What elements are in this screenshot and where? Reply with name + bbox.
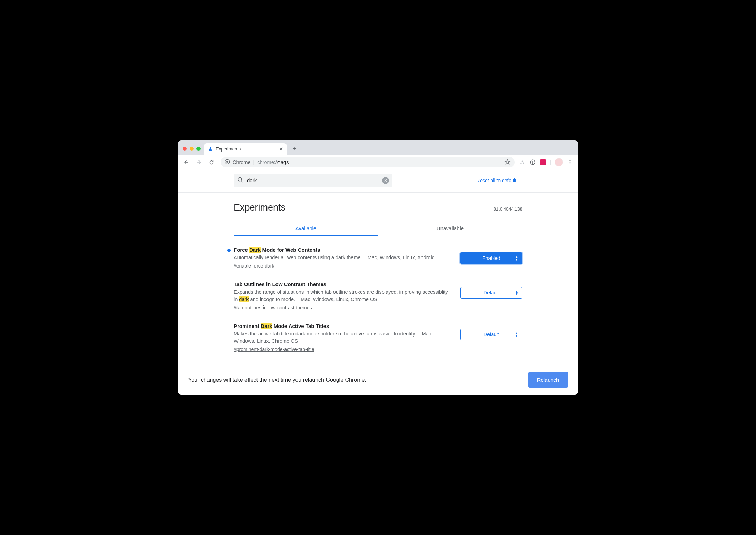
version-label: 81.0.4044.138	[494, 206, 522, 212]
tab-unavailable[interactable]: Unavailable	[378, 221, 522, 236]
experiment-control: Enabled▲▼	[460, 247, 522, 269]
experiment-text: Force Dark Mode for Web ContentsAutomati…	[234, 247, 452, 269]
menu-icon[interactable]	[566, 159, 573, 166]
browser-window: Experiments ✕ + Chrome | chrome://flags	[178, 140, 578, 395]
experiment-row: Prominent Dark Mode Active Tab TitlesMak…	[234, 323, 522, 352]
select-value: Default	[484, 290, 499, 295]
chevron-updown-icon: ▲▼	[515, 332, 518, 337]
address-bar[interactable]: Chrome | chrome://flags	[221, 157, 515, 167]
svg-point-6	[570, 162, 571, 163]
select-value: Enabled	[482, 255, 500, 261]
experiment-description: Makes the active tab title in dark mode …	[234, 330, 452, 345]
extension-icon-1[interactable]	[519, 159, 526, 166]
page-title: Experiments	[234, 202, 285, 213]
experiment-description: Expands the range of situations in which…	[234, 289, 452, 303]
experiment-row: Force Dark Mode for Web ContentsAutomati…	[234, 247, 522, 269]
search-input[interactable]	[247, 177, 379, 183]
experiment-select[interactable]: Default▲▼	[460, 287, 522, 299]
chevron-updown-icon: ▲▼	[515, 290, 518, 295]
toolbar-divider: |	[550, 159, 551, 165]
profile-avatar[interactable]	[555, 158, 563, 166]
tab-available[interactable]: Available	[234, 221, 378, 236]
relaunch-message: Your changes will take effect the next t…	[188, 377, 366, 383]
experiment-permalink[interactable]: #enable-force-dark	[234, 263, 274, 269]
relaunch-button[interactable]: Relaunch	[528, 372, 568, 388]
svg-rect-3	[532, 161, 533, 163]
extension-icons: |	[519, 158, 575, 166]
search-highlight: Dark	[261, 323, 272, 329]
select-value: Default	[484, 332, 499, 337]
reload-button[interactable]	[206, 157, 216, 167]
browser-toolbar: Chrome | chrome://flags |	[178, 155, 578, 170]
experiment-text: Prominent Dark Mode Active Tab TitlesMak…	[234, 323, 452, 352]
svg-line-9	[241, 181, 243, 182]
reset-all-button[interactable]: Reset all to default	[471, 175, 522, 186]
clear-search-button[interactable]: ✕	[382, 177, 389, 184]
omnibox-url: chrome://flags	[257, 159, 289, 165]
bookmark-star-icon[interactable]	[504, 159, 511, 166]
svg-point-1	[226, 161, 228, 163]
search-box[interactable]: ✕	[234, 174, 392, 187]
modified-indicator	[227, 249, 231, 252]
search-highlight: dark	[239, 296, 249, 302]
browser-tab[interactable]: Experiments ✕	[204, 143, 287, 155]
svg-point-7	[570, 164, 571, 165]
omnibox-separator: |	[253, 159, 255, 165]
experiment-permalink[interactable]: #tab-outlines-in-low-contrast-themes	[234, 305, 312, 310]
new-tab-button[interactable]: +	[290, 144, 299, 154]
search-icon	[237, 177, 243, 184]
omnibox-chip: Chrome	[233, 159, 251, 165]
back-button[interactable]	[181, 157, 192, 167]
svg-point-5	[570, 160, 571, 161]
close-tab-icon[interactable]: ✕	[279, 146, 283, 152]
flask-icon	[207, 146, 213, 152]
experiment-title: Prominent Dark Mode Active Tab Titles	[234, 323, 452, 329]
forward-button[interactable]	[194, 157, 204, 167]
close-window-button[interactable]	[183, 147, 187, 151]
extension-icon-2[interactable]	[529, 159, 536, 166]
site-info-icon[interactable]	[225, 159, 230, 165]
chevron-updown-icon: ▲▼	[515, 256, 518, 261]
experiment-select[interactable]: Default▲▼	[460, 329, 522, 340]
tab-title: Experiments	[216, 146, 241, 152]
extension-icon-3[interactable]	[540, 159, 546, 166]
experiment-description: Automatically render all web contents us…	[234, 254, 452, 261]
experiment-control: Default▲▼	[460, 281, 522, 311]
minimize-window-button[interactable]	[190, 147, 194, 151]
tabs: Available Unavailable	[234, 221, 522, 236]
experiment-row: Tab Outlines in Low Contrast ThemesExpan…	[234, 281, 522, 311]
experiment-control: Default▲▼	[460, 323, 522, 352]
window-controls	[181, 147, 204, 155]
tab-strip: Experiments ✕ +	[178, 140, 578, 155]
experiment-title: Force Dark Mode for Web Contents	[234, 247, 452, 253]
relaunch-bar: Your changes will take effect the next t…	[178, 365, 578, 395]
svg-point-8	[238, 177, 242, 181]
svg-point-4	[532, 163, 533, 164]
search-highlight: Dark	[249, 247, 261, 253]
page-content: ✕ Reset all to default Experiments 81.0.…	[178, 170, 578, 395]
experiments-list: Force Dark Mode for Web ContentsAutomati…	[234, 236, 522, 352]
experiment-permalink[interactable]: #prominent-dark-mode-active-tab-title	[234, 347, 314, 352]
experiment-title: Tab Outlines in Low Contrast Themes	[234, 281, 452, 287]
experiment-select[interactable]: Enabled▲▼	[460, 252, 522, 264]
experiment-text: Tab Outlines in Low Contrast ThemesExpan…	[234, 281, 452, 311]
maximize-window-button[interactable]	[196, 147, 201, 151]
